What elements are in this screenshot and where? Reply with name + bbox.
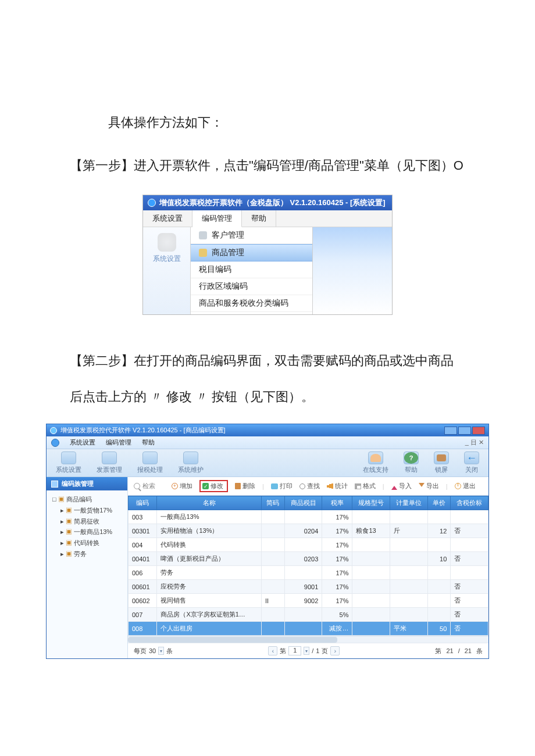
- cell-spec: [352, 510, 390, 524]
- tool-tax-processing[interactable]: 报税处理: [137, 452, 163, 474]
- menu-code-management[interactable]: 编码管理: [106, 438, 131, 447]
- page-number-input[interactable]: 1: [288, 646, 301, 655]
- print-button[interactable]: 打印: [271, 482, 293, 490]
- add-button[interactable]: +增加: [172, 482, 192, 490]
- folder-icon: ▣: [66, 539, 72, 546]
- table-row[interactable]: 00601应税劳务900117%否: [129, 580, 488, 594]
- col-name[interactable]: 名称: [157, 496, 262, 510]
- tool-label: 帮助: [405, 465, 418, 474]
- cell-incl: 否: [451, 524, 488, 538]
- menu-system-settings[interactable]: 系统设置: [70, 438, 95, 447]
- narration-step1: 【第一步】进入开票软件，点击"编码管理/商品管理"菜单（见下图）O: [70, 148, 465, 184]
- tree-node[interactable]: ▣ 劳务: [52, 549, 124, 560]
- col-short[interactable]: 简码: [262, 496, 285, 510]
- table-row[interactable]: 00602视同销售II900217%否: [129, 594, 488, 608]
- cell-rate: 减按…: [322, 622, 352, 636]
- tree-label: 劳务: [74, 550, 87, 557]
- col-code[interactable]: 编码: [129, 496, 157, 510]
- table-row[interactable]: 006劳务17%: [129, 566, 488, 580]
- maximize-button[interactable]: [458, 427, 471, 435]
- cell-name: 应税劳务: [157, 580, 262, 594]
- menu-code-management[interactable]: 编码管理: [192, 210, 242, 227]
- menu-help[interactable]: 帮助: [242, 210, 276, 227]
- export-button[interactable]: 导出: [419, 482, 439, 490]
- cell-name: 实用植物油（13%）: [157, 524, 262, 538]
- page-dropdown[interactable]: ▾: [304, 647, 309, 655]
- import-button[interactable]: 导入: [391, 482, 412, 490]
- col-rate[interactable]: 税率: [322, 496, 352, 510]
- cell-rate: 17%: [322, 594, 352, 608]
- tree-node[interactable]: ▣ 代码转换: [52, 538, 124, 549]
- btn-label: 删除: [242, 482, 255, 490]
- cell-name: 商品房（X京字房权证朝第1…: [157, 608, 262, 622]
- menu-system-settings[interactable]: 系统设置: [143, 210, 192, 227]
- menu-item-label: 客户管理: [212, 230, 244, 241]
- table-row[interactable]: 004代码转换17%: [129, 538, 488, 552]
- next-page-button[interactable]: ›: [330, 646, 340, 655]
- sidebar-system-settings[interactable]: 系统设置: [143, 227, 191, 314]
- tree-node[interactable]: ▣ 一般货物17%: [52, 505, 124, 516]
- tool-online-support[interactable]: 在线支持: [363, 452, 388, 474]
- table-row[interactable]: 00301实用植物油（13%）020417%粮食13斤12否: [129, 524, 488, 538]
- format-button[interactable]: 格式: [355, 482, 376, 490]
- modify-button[interactable]: ✓修改: [199, 480, 228, 492]
- exit-button[interactable]: 退出: [455, 482, 476, 490]
- cell-name: 一般商品13%: [157, 510, 262, 524]
- tree-label: 一般货物17%: [74, 507, 112, 514]
- cell-unit: [390, 566, 428, 580]
- side-panel-header: 编码族管理: [47, 477, 127, 490]
- pager-per-page: 30: [149, 647, 156, 654]
- col-incl[interactable]: 含税价标: [451, 496, 488, 510]
- cell-code: 00601: [129, 580, 157, 594]
- tool-lock-screen[interactable]: 锁屏: [434, 452, 449, 474]
- tool-close[interactable]: 关闭: [464, 452, 479, 474]
- pager-label: 条: [166, 647, 173, 655]
- menu-item-customer[interactable]: 客户管理: [191, 227, 312, 244]
- cell-spec: [352, 622, 390, 636]
- prev-page-button[interactable]: ‹: [268, 646, 277, 655]
- folder-icon: ▣: [66, 528, 72, 535]
- cell-code: 00401: [129, 552, 157, 566]
- menu-help[interactable]: 帮助: [142, 438, 155, 447]
- tool-invoice-management[interactable]: 发票管理: [97, 452, 122, 474]
- menu-item-region[interactable]: 行政区域编码: [191, 278, 312, 295]
- table-row[interactable]: 007商品房（X京字房权证朝第1…5%否: [129, 608, 488, 622]
- tool-system-maintenance[interactable]: 系统维护: [178, 452, 204, 474]
- table-row[interactable]: 003一般商品13%17%: [129, 510, 488, 524]
- col-unit[interactable]: 计量单位: [390, 496, 428, 510]
- per-page-dropdown[interactable]: ▾: [158, 647, 164, 655]
- col-taxitem[interactable]: 商品税目: [284, 496, 322, 510]
- menu-item-label: 商品和服务税收分类编码: [199, 298, 288, 309]
- minimize-button[interactable]: [444, 427, 457, 435]
- menu-item-product[interactable]: 商品管理: [191, 244, 312, 261]
- scrollbar-thumb[interactable]: [128, 637, 337, 643]
- tree-node[interactable]: ▣ 简易征收: [52, 516, 124, 527]
- table-row[interactable]: 00401啤酒（更新税目产品）020317%10否: [129, 552, 488, 566]
- col-spec[interactable]: 规格型号: [352, 496, 390, 510]
- tree-root[interactable]: ▣ 商品编码: [52, 494, 124, 505]
- menu-item-label: 税目编码: [199, 264, 231, 275]
- cell-short: [262, 538, 285, 552]
- menu-item-taxclass[interactable]: 商品和服务税收分类编码: [191, 295, 312, 312]
- folder-icon: [183, 452, 198, 464]
- menu-item-label: 行政区域编码: [199, 281, 248, 292]
- cell-spec: [352, 552, 390, 566]
- delete-button[interactable]: 删除: [235, 482, 255, 490]
- horizontal-scrollbar[interactable]: [128, 636, 488, 643]
- find-button[interactable]: 查找: [299, 482, 320, 490]
- tree-label: 代码转换: [74, 539, 99, 546]
- close-button[interactable]: [472, 427, 485, 435]
- tool-system-settings[interactable]: 系统设置: [56, 452, 81, 474]
- cell-spec: [352, 580, 390, 594]
- pager-label: 第: [280, 647, 286, 655]
- cell-unit: [390, 552, 428, 566]
- menu-item-taxitem[interactable]: 税目编码: [191, 261, 312, 278]
- tool-help[interactable]: 帮助: [404, 452, 419, 474]
- mdi-controls[interactable]: _ 日 ✕: [465, 438, 484, 447]
- search-button[interactable]: 检索: [134, 482, 155, 490]
- stats-button[interactable]: 统计: [327, 482, 348, 490]
- tree-node[interactable]: ▣ 一般商品13%: [52, 526, 124, 538]
- table-row[interactable]: 008个人出租房减按…平米50否: [129, 622, 488, 636]
- pager-label: /: [458, 647, 460, 654]
- col-price[interactable]: 单价: [427, 496, 451, 510]
